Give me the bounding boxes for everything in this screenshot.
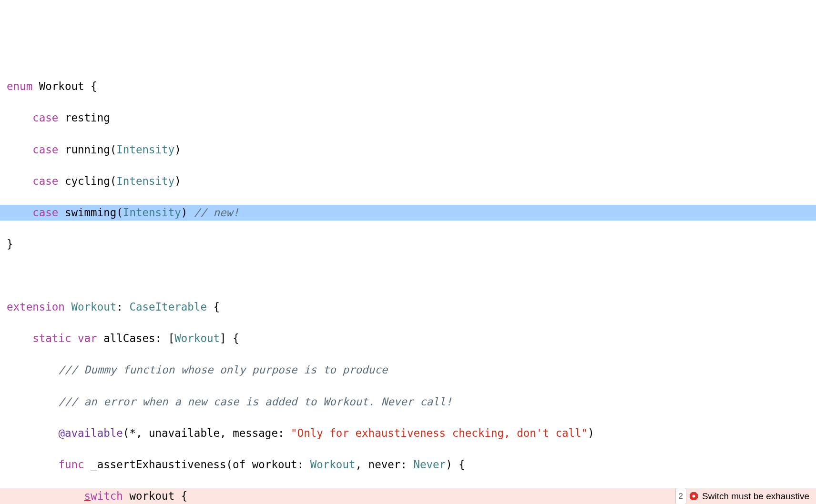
type-ref: Never bbox=[413, 458, 446, 471]
code-line: static var allCases: [Workout] { bbox=[0, 331, 816, 346]
keyword-case: case bbox=[32, 143, 58, 156]
code-line: } bbox=[0, 236, 816, 252]
code-line: /// Dummy function whose only purpose is… bbox=[0, 362, 816, 378]
type-ref: Intensity bbox=[116, 175, 174, 187]
type-ref: Intensity bbox=[116, 143, 174, 156]
doc-comment: /// Dummy function whose only purpose is… bbox=[58, 363, 388, 376]
code-line: /// an error when a new case is added to… bbox=[0, 394, 816, 410]
code-line: func _assertExhaustiveness(of workout: W… bbox=[0, 457, 816, 473]
code-line-error: switch workout {2Switch must be exhausti… bbox=[0, 488, 816, 504]
code-line: case cycling(Intensity) bbox=[0, 173, 816, 189]
doc-comment: /// an error when a new case is added to… bbox=[58, 395, 452, 408]
keyword-case: case bbox=[32, 111, 58, 124]
error-icon bbox=[689, 492, 698, 501]
error-message: Switch must be exhaustive bbox=[702, 488, 809, 504]
type-ref: CaseIterable bbox=[129, 301, 207, 313]
code-line-highlighted: case swimming(Intensity) // new! bbox=[0, 205, 816, 221]
code-line-blank bbox=[0, 268, 816, 283]
code-line: extension Workout: CaseIterable { bbox=[0, 299, 816, 315]
svg-point-1 bbox=[693, 494, 695, 497]
keyword-case: case bbox=[32, 175, 58, 187]
type-ref: Intensity bbox=[123, 206, 181, 219]
string-literal: "Only for exhaustiveness checking, don't… bbox=[291, 427, 588, 439]
keyword-switch-error: s bbox=[84, 490, 91, 502]
type-name: Workout bbox=[39, 80, 84, 92]
error-badge[interactable]: 2Switch must be exhaustive bbox=[675, 488, 816, 504]
type-ref: Workout bbox=[310, 458, 356, 471]
code-editor[interactable]: enum Workout { case resting case running… bbox=[0, 63, 816, 504]
attribute: @available bbox=[58, 427, 122, 439]
keyword-case: case bbox=[32, 206, 58, 219]
keyword-enum: enum bbox=[7, 80, 32, 92]
code-line: case running(Intensity) bbox=[0, 142, 816, 158]
error-count: 2 bbox=[675, 488, 686, 504]
code-line: enum Workout { bbox=[0, 79, 816, 94]
code-line: case resting bbox=[0, 110, 816, 126]
comment: // new! bbox=[194, 206, 239, 219]
keyword-static: static bbox=[32, 332, 71, 344]
keyword-func: func bbox=[58, 458, 84, 471]
type-ref: Workout bbox=[174, 332, 220, 344]
keyword-var: var bbox=[78, 332, 97, 344]
keyword-extension: extension bbox=[7, 301, 65, 313]
type-ref: Workout bbox=[71, 301, 116, 313]
code-line: @available(*, unavailable, message: "Onl… bbox=[0, 425, 816, 441]
